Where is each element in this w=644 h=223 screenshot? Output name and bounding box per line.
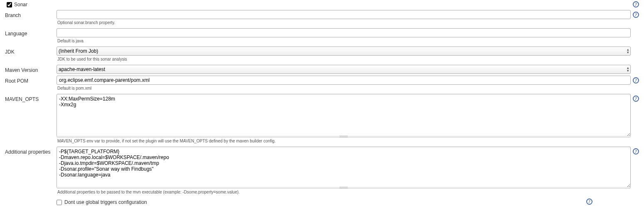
sonar-section-title: Sonar <box>14 2 27 7</box>
root-pom-row: Root POM Default is pom.xml ? <box>3 76 641 93</box>
root-pom-label: Root POM <box>3 76 57 86</box>
global-triggers-checkbox[interactable] <box>57 200 62 205</box>
maven-version-label: Maven Version <box>3 65 57 75</box>
maven-opts-hint: MAVEN_OPTS env var to provide, if not se… <box>57 137 631 146</box>
sonar-enable-checkbox[interactable] <box>7 2 12 7</box>
help-icon[interactable]: ? <box>633 77 639 83</box>
language-row: Language Default is java <box>3 28 641 46</box>
branch-label: Branch <box>3 10 57 20</box>
root-pom-hint: Default is pom.xml <box>57 85 631 93</box>
jdk-hint: JDK to be used for this sonar analysis <box>57 56 631 64</box>
additional-props-textarea[interactable] <box>57 147 631 188</box>
help-icon[interactable]: ? <box>633 148 639 154</box>
branch-input[interactable] <box>57 10 631 19</box>
maven-opts-textarea[interactable] <box>57 94 631 137</box>
maven-version-row: Maven Version apache-maven-latest ▴▾ <box>3 65 641 75</box>
additional-props-hint: Additional properties to be passed to th… <box>57 189 631 197</box>
branch-row: Branch Optional sonar.branch property. ? <box>3 10 641 27</box>
language-input[interactable] <box>57 28 631 37</box>
jdk-select[interactable]: (Inherit From Job) <box>57 47 631 56</box>
jdk-label: JDK <box>3 47 57 56</box>
jdk-row: JDK (Inherit From Job) ▴▾ JDK to be used… <box>3 47 641 64</box>
help-icon[interactable]: ? <box>586 198 592 205</box>
additional-props-row: Additional properties Additional propert… <box>3 147 641 197</box>
global-triggers-row: Dont use global triggers configuration ? <box>3 198 641 207</box>
maven-version-select[interactable]: apache-maven-latest <box>57 65 631 74</box>
maven-opts-row: MAVEN_OPTS MAVEN_OPTS env var to provide… <box>3 94 641 146</box>
help-icon[interactable]: ? <box>633 12 639 18</box>
language-hint: Default is java <box>57 37 631 46</box>
root-pom-input[interactable] <box>57 76 631 85</box>
global-triggers-label: Dont use global triggers configuration <box>64 199 147 205</box>
language-label: Language <box>3 28 57 38</box>
help-icon[interactable]: ? <box>633 96 639 102</box>
sonar-section-header: Sonar ? <box>3 1 641 10</box>
help-icon[interactable]: ? <box>633 1 639 7</box>
maven-opts-label: MAVEN_OPTS <box>3 94 57 104</box>
branch-hint: Optional sonar.branch property. <box>57 19 631 27</box>
additional-props-label: Additional properties <box>3 147 57 157</box>
